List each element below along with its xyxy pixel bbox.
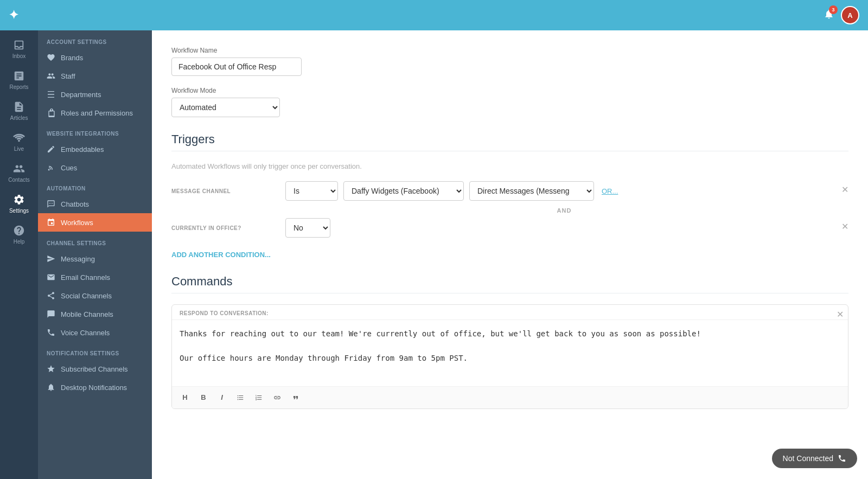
not-connected-button[interactable]: Not Connected bbox=[772, 449, 857, 468]
nav-chatbots[interactable]: Chatbots bbox=[38, 195, 152, 213]
website-integrations-section: WEBSITE INTEGRATIONS bbox=[38, 122, 152, 140]
settings-label: Settings bbox=[9, 208, 29, 214]
channel-settings-section: CHANNEL SETTINGS bbox=[38, 232, 152, 250]
respond-textarea[interactable]: Thanks for reaching out to our team! We'… bbox=[172, 320, 848, 384]
and-separator: AND bbox=[280, 207, 848, 214]
nav-cues[interactable]: Cues bbox=[38, 158, 152, 177]
sidebar-item-contacts[interactable]: Contacts bbox=[3, 158, 35, 187]
logo: ✦ bbox=[9, 8, 18, 22]
sidebar-item-live[interactable]: Live bbox=[3, 127, 35, 156]
text-toolbar: H B I bbox=[172, 386, 848, 408]
help-label: Help bbox=[14, 239, 25, 245]
triggers-title: Triggers bbox=[171, 132, 848, 146]
workflow-mode-select[interactable]: Automated Manual bbox=[171, 98, 280, 117]
contacts-label: Contacts bbox=[8, 177, 29, 183]
command-block: ✕ RESPOND TO CONVERSATION: Thanks for re… bbox=[171, 304, 848, 409]
notification-badge: 3 bbox=[829, 5, 838, 14]
reports-label: Reports bbox=[9, 84, 28, 90]
workflow-name-label: Workflow Name bbox=[171, 47, 848, 54]
articles-label: Articles bbox=[10, 115, 28, 121]
message-channel-label: MESSAGE CHANNEL bbox=[171, 188, 280, 194]
nav-staff[interactable]: Staff bbox=[38, 67, 152, 85]
link-button[interactable] bbox=[270, 390, 285, 405]
not-connected-label: Not Connected bbox=[783, 454, 833, 463]
commands-title: Commands bbox=[171, 274, 848, 289]
in-office-label: CURRENTLY IN OFFICE? bbox=[171, 225, 280, 231]
nav-subscribed[interactable]: Subscribed Channels bbox=[38, 360, 152, 378]
add-condition-link[interactable]: ADD ANOTHER CONDITION... bbox=[171, 251, 271, 259]
unordered-list-button[interactable] bbox=[233, 390, 248, 405]
close-command-button[interactable]: ✕ bbox=[837, 309, 844, 320]
sidebar-item-inbox[interactable]: Inbox bbox=[3, 35, 35, 63]
sidebar-item-reports[interactable]: Reports bbox=[3, 66, 35, 94]
live-label: Live bbox=[14, 146, 24, 152]
sidebar-item-settings[interactable]: Settings bbox=[3, 189, 35, 218]
ordered-list-button[interactable] bbox=[251, 390, 266, 405]
nav-desktop-notifications[interactable]: Desktop Notifications bbox=[38, 378, 152, 397]
topbar-right: 3 A bbox=[824, 6, 859, 24]
nav-social[interactable]: Social Channels bbox=[38, 286, 152, 305]
in-office-select[interactable]: No Yes bbox=[285, 218, 330, 238]
triggers-note: Automated Workflows will only trigger on… bbox=[171, 162, 848, 170]
italic-button[interactable]: I bbox=[214, 390, 229, 405]
respond-label: RESPOND TO CONVERSATION: bbox=[172, 305, 848, 320]
message-channel-condition-select[interactable]: Is Is Not bbox=[285, 181, 338, 201]
workflow-mode-label: Workflow Mode bbox=[171, 87, 848, 94]
nav-mobile[interactable]: Mobile Channels bbox=[38, 305, 152, 323]
quote-button[interactable] bbox=[288, 390, 303, 405]
nav-voice[interactable]: Voice Channels bbox=[38, 323, 152, 342]
nav-email[interactable]: Email Channels bbox=[38, 268, 152, 286]
icon-sidebar: Inbox Reports Articles Live Contacts Set… bbox=[0, 30, 38, 479]
heading-button[interactable]: H bbox=[177, 390, 193, 405]
bold-button[interactable]: B bbox=[196, 390, 211, 405]
user-avatar[interactable]: A bbox=[841, 6, 859, 24]
sidebar-item-help[interactable]: Help bbox=[3, 220, 35, 249]
content-area: Workflow Name Workflow Mode Automated Ma… bbox=[152, 30, 868, 479]
account-settings-section: ACCOUNT SETTINGS bbox=[38, 30, 152, 48]
nav-workflows[interactable]: Workflows bbox=[38, 213, 152, 232]
notification-settings-section: NOTIFICATION SETTINGS bbox=[38, 342, 152, 360]
workflow-name-input[interactable] bbox=[171, 58, 302, 76]
sidebar-item-articles[interactable]: Articles bbox=[3, 97, 35, 125]
automation-section: AUTOMATION bbox=[38, 177, 152, 195]
notification-bell[interactable]: 3 bbox=[824, 9, 834, 22]
nav-brands[interactable]: Brands bbox=[38, 48, 152, 67]
inbox-label: Inbox bbox=[12, 53, 25, 59]
nav-departments[interactable]: Departments bbox=[38, 85, 152, 104]
message-channel-value-select[interactable]: Daffy Widgets (Facebook) bbox=[343, 181, 464, 201]
in-office-row: CURRENTLY IN OFFICE? No Yes bbox=[171, 218, 848, 238]
nav-roles[interactable]: Roles and Permissions bbox=[38, 104, 152, 122]
or-link[interactable]: OR... bbox=[602, 187, 618, 195]
nav-messaging[interactable]: Messaging bbox=[38, 250, 152, 268]
topbar: ✦ 3 A bbox=[0, 0, 868, 30]
nav-sidebar: ACCOUNT SETTINGS Brands Staff Department… bbox=[38, 30, 152, 479]
nav-embeddables[interactable]: Embeddables bbox=[38, 140, 152, 158]
message-channel-row: MESSAGE CHANNEL Is Is Not Daffy Widgets … bbox=[171, 181, 848, 201]
message-type-select[interactable]: Direct Messages (Messeng bbox=[469, 181, 594, 201]
